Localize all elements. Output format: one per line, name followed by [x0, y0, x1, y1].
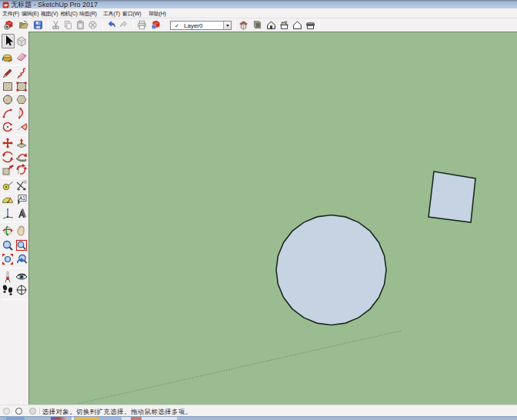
svg-text:A1: A1: [19, 195, 25, 201]
